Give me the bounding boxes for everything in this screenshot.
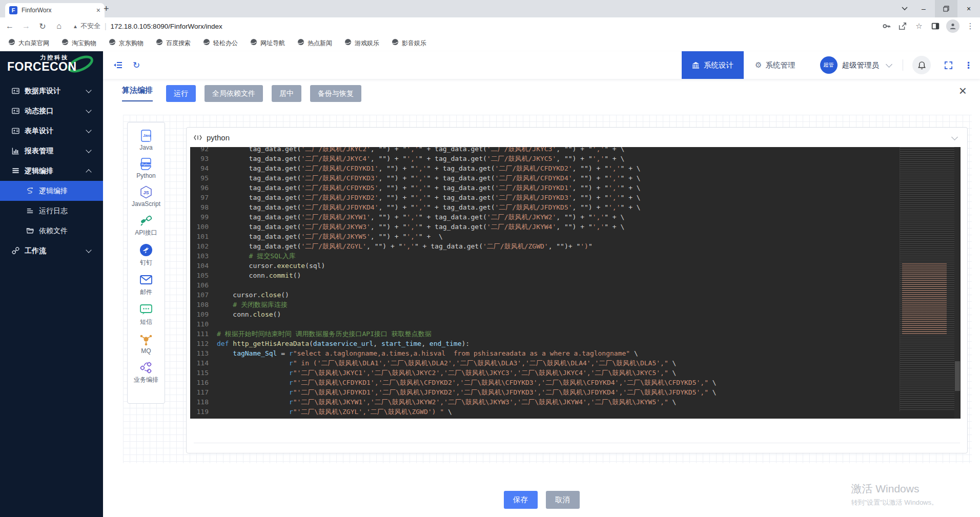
browser-menu-icon[interactable]: ⋮ bbox=[965, 20, 976, 32]
editor-scrollbar[interactable] bbox=[954, 147, 961, 419]
bookmark-item[interactable]: 大白菜官网 bbox=[8, 38, 49, 48]
nav-system-design[interactable]: 系统设计 bbox=[682, 51, 744, 79]
line-number: 115 bbox=[190, 368, 217, 378]
nav-system-manage[interactable]: ⚙ 系统管理 bbox=[744, 60, 806, 70]
panel-tabs-row: 算法编排 运行全局依赖文件居中备份与恢复 bbox=[122, 85, 370, 102]
code-line: 113 tagName_Sql = r"select a.taglongname… bbox=[190, 348, 961, 358]
forward-icon[interactable]: → bbox=[19, 22, 33, 31]
bookmark-label: 影音娱乐 bbox=[402, 39, 426, 48]
cancel-button[interactable]: 取消 bbox=[546, 491, 580, 509]
line-number: 94 bbox=[190, 163, 217, 173]
close-panel-icon[interactable]: × bbox=[959, 84, 967, 97]
mail-icon bbox=[139, 273, 153, 286]
tab-search-icon[interactable] bbox=[897, 0, 912, 17]
sidebar-item-label: 依赖文件 bbox=[39, 226, 68, 236]
sms-icon bbox=[139, 302, 153, 316]
line-number: 112 bbox=[190, 339, 217, 348]
center-button[interactable]: 居中 bbox=[272, 85, 301, 102]
globe-favicon-icon bbox=[203, 38, 210, 48]
side-panel-icon[interactable] bbox=[930, 20, 941, 32]
code-line: 112def http_getHisAreaData(dataservice_u… bbox=[190, 339, 961, 348]
sidebar-item-run-log[interactable]: 运行日志 bbox=[0, 201, 103, 221]
code-text: # 根据开始时间结束时间 调用数据服务历史接口API接口 获取整点数据 bbox=[217, 329, 432, 339]
tab-close-icon[interactable]: × bbox=[96, 6, 100, 14]
bookmark-star-icon[interactable]: ☆ bbox=[913, 20, 925, 32]
url-field[interactable]: ▲ 不安全 | 172.18.0.105:8090/FinforWorx/ind… bbox=[73, 22, 881, 31]
warning-triangle-icon: ▲ bbox=[73, 24, 78, 29]
screen: F FinforWorx × + – × ← → ↻ ⌂ ▲ 不安全 | 172… bbox=[0, 0, 980, 517]
editor-minimap[interactable] bbox=[900, 147, 954, 411]
palette-item-api[interactable]: API接口 bbox=[135, 213, 157, 237]
line-number: 100 bbox=[190, 222, 217, 232]
user-menu[interactable]: 超管 超级管理员 bbox=[820, 56, 892, 74]
code-text: def http_getHisAreaData(dataservice_url,… bbox=[217, 339, 469, 348]
restore-button[interactable] bbox=[935, 0, 957, 17]
palette-item-python[interactable]: PythonPython bbox=[136, 157, 155, 179]
more-options-icon[interactable]: ⋮ bbox=[964, 60, 973, 71]
close-window-button[interactable]: × bbox=[957, 0, 980, 17]
code-panel-header[interactable]: python bbox=[187, 128, 967, 147]
line-number: 98 bbox=[190, 202, 217, 212]
fullscreen-icon[interactable] bbox=[944, 61, 953, 70]
bookmark-item[interactable]: 网址导航 bbox=[250, 38, 285, 48]
chevron-down-icon bbox=[86, 247, 91, 253]
collapse-chevron-icon[interactable] bbox=[951, 134, 958, 140]
sidebar-item-form-design[interactable]: 表单设计 bbox=[0, 121, 103, 141]
sidebar-item-logic-orchestration-sub[interactable]: 逻辑编排 bbox=[0, 181, 103, 201]
run-button[interactable]: 运行 bbox=[166, 85, 196, 102]
save-button[interactable]: 保存 bbox=[504, 491, 538, 509]
palette-item-label: 短信 bbox=[140, 318, 152, 326]
share-icon[interactable] bbox=[897, 20, 908, 32]
tab-algorithm-orchestration[interactable]: 算法编排 bbox=[122, 86, 153, 101]
bank-icon bbox=[692, 61, 700, 69]
notifications-button[interactable] bbox=[912, 56, 931, 74]
bookmark-item[interactable]: 游戏娱乐 bbox=[344, 38, 379, 48]
home-icon[interactable]: ⌂ bbox=[52, 22, 66, 31]
sidebar-item-dependency-files[interactable]: 依赖文件 bbox=[0, 221, 103, 241]
idcard-icon bbox=[11, 87, 19, 95]
bookmark-item[interactable]: 淘宝购物 bbox=[62, 38, 96, 48]
refresh-page-icon[interactable]: ↻ bbox=[133, 60, 140, 71]
palette-item-sms[interactable]: 短信 bbox=[139, 302, 153, 326]
palette-item-label: Java bbox=[139, 144, 152, 151]
bookmark-item[interactable]: 百度搜索 bbox=[156, 38, 191, 48]
bookmark-item[interactable]: 热点新闻 bbox=[297, 38, 332, 48]
sidebar-item-workflow[interactable]: 工作流 bbox=[0, 241, 103, 261]
palette-item-dingtalk[interactable]: 钉钉 bbox=[139, 243, 153, 267]
code-text: r"'二厂\鼓风机\CFDYKD1','二厂\鼓风机\CFDYKD2','二厂\… bbox=[217, 378, 717, 387]
scrollbar-handle[interactable] bbox=[955, 361, 960, 391]
code-line: 109 conn.close() bbox=[190, 309, 961, 319]
sidebar-item-database-design[interactable]: 数据库设计 bbox=[0, 81, 103, 101]
bookmark-item[interactable]: 影音娱乐 bbox=[392, 38, 426, 48]
collapse-sidebar-icon[interactable] bbox=[113, 61, 122, 69]
sidebar-item-dynamic-api[interactable]: 动态接口 bbox=[0, 101, 103, 121]
line-number: 110 bbox=[190, 319, 217, 329]
minimize-button[interactable]: – bbox=[912, 0, 935, 17]
password-key-icon[interactable] bbox=[881, 20, 892, 32]
profile-avatar[interactable] bbox=[946, 19, 959, 33]
browser-tab[interactable]: F FinforWorx × bbox=[5, 3, 105, 17]
bookmark-label: 京东购物 bbox=[119, 39, 144, 48]
security-warning: 不安全 bbox=[80, 22, 100, 31]
sidebar-item-label: 逻辑编排 bbox=[25, 167, 53, 176]
code-text: tagName_Sql = r"select a.taglongname,a.t… bbox=[217, 348, 638, 358]
global-dependency-button[interactable]: 全局依赖文件 bbox=[205, 85, 263, 102]
code-editor[interactable]: 92 tag_data.get('二厂/鼓风机/JKYC2', "") + "'… bbox=[190, 147, 961, 419]
bookmark-item[interactable]: 京东购物 bbox=[109, 38, 144, 48]
palette-item-javascript[interactable]: JSJavaScript bbox=[132, 185, 160, 208]
palette-item-mail[interactable]: 邮件 bbox=[139, 273, 153, 297]
refresh-icon[interactable]: ↻ bbox=[36, 22, 49, 31]
sidebar-item-label: 逻辑编排 bbox=[39, 187, 68, 196]
palette-item-orchestration[interactable]: 业务编排 bbox=[134, 360, 158, 384]
palette-item-java[interactable]: JavaJava bbox=[139, 129, 153, 151]
palette-item-mq[interactable]: MQ bbox=[139, 332, 153, 355]
back-icon[interactable]: ← bbox=[3, 22, 16, 31]
new-tab-button[interactable]: + bbox=[104, 4, 109, 14]
code-line: 115 r"'二厂\鼓风机\JKYC1','二厂\鼓风机\JKYC2','二厂\… bbox=[190, 368, 961, 378]
flow-icon bbox=[139, 360, 153, 374]
sidebar-item-report-manage[interactable]: 报表管理 bbox=[0, 141, 103, 161]
sidebar-item-logic-orchestration[interactable]: 逻辑编排 bbox=[0, 161, 103, 181]
bookmark-item[interactable]: 轻松办公 bbox=[203, 38, 238, 48]
app-sidebar: 力控科技 FORCECON 数据库设计动态接口表单设计报表管理逻辑编排逻辑编排运… bbox=[0, 51, 103, 517]
backup-restore-button[interactable]: 备份与恢复 bbox=[310, 85, 361, 102]
